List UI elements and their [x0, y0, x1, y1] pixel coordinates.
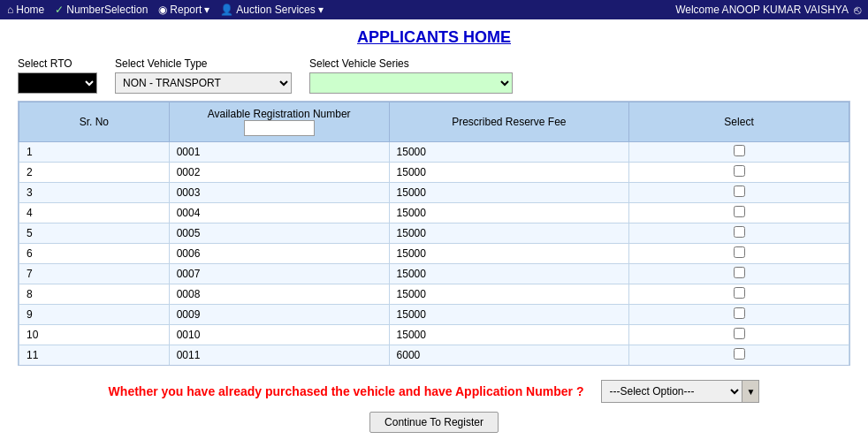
cell-fee: 15000 — [389, 183, 629, 203]
cell-reg-number: 0005 — [169, 224, 389, 244]
bottom-section: Whether you have already purchased the v… — [0, 366, 868, 412]
reg-number-search-input[interactable] — [244, 120, 315, 136]
cell-sr-no: 11 — [19, 345, 170, 366]
report-icon — [158, 4, 167, 16]
cell-select — [629, 345, 849, 366]
col-select: Select — [629, 102, 849, 142]
table-row: 9000915000 — [19, 305, 849, 325]
cell-reg-number: 0009 — [169, 305, 389, 325]
nav-auction-services[interactable]: Auction Services ▾ — [220, 4, 323, 16]
cell-fee: 6000 — [389, 345, 629, 366]
nav-home[interactable]: Home — [7, 4, 44, 16]
auction-services-label: Auction Services — [236, 4, 315, 16]
select-checkbox[interactable] — [734, 226, 745, 238]
cell-fee: 15000 — [389, 203, 629, 224]
cell-sr-no: 9 — [19, 305, 170, 325]
bottom-select-dropdown-btn[interactable] — [742, 380, 759, 403]
page-title: APPLICANTS HOME — [0, 19, 868, 54]
table-body: 1000115000200021500030003150004000415000… — [19, 142, 849, 367]
cell-fee: 15000 — [389, 142, 629, 163]
vehicle-series-select[interactable] — [309, 72, 513, 94]
home-label: Home — [16, 4, 44, 16]
check-icon — [55, 4, 64, 16]
select-checkbox[interactable] — [734, 307, 745, 319]
cell-fee: 15000 — [389, 325, 629, 345]
select-checkbox[interactable] — [734, 165, 745, 177]
select-checkbox[interactable] — [734, 145, 745, 156]
select-checkbox[interactable] — [734, 348, 745, 360]
rto-filter-group: Select RTO — [18, 57, 97, 94]
rto-select-wrap — [18, 72, 97, 94]
rto-label: Select RTO — [18, 57, 97, 70]
continue-to-register-button[interactable]: Continue To Register — [369, 412, 499, 433]
cell-select — [629, 163, 849, 183]
cell-reg-number: 0006 — [169, 244, 389, 264]
vehicle-series-filter-group: Select Vehicle Series — [309, 57, 513, 94]
bottom-question: Whether you have already purchased the v… — [109, 384, 584, 398]
cell-fee: 15000 — [389, 305, 629, 325]
report-dropdown-arrow: ▾ — [204, 4, 209, 16]
cell-reg-number: 0004 — [169, 203, 389, 224]
select-checkbox[interactable] — [734, 267, 745, 278]
cell-fee: 15000 — [389, 244, 629, 264]
table-row: 1100116000 — [19, 345, 849, 366]
table-row: 6000615000 — [19, 244, 849, 264]
vehicle-series-select-wrap — [309, 72, 513, 94]
table-row: 10001015000 — [19, 325, 849, 345]
cell-select — [629, 183, 849, 203]
cell-fee: 15000 — [389, 264, 629, 284]
cell-sr-no: 7 — [19, 264, 170, 284]
cell-sr-no: 3 — [19, 183, 170, 203]
continue-row: Continue To Register — [0, 412, 868, 442]
registration-table: Sr. No Available Registration Number Pre… — [19, 102, 849, 366]
vehicle-type-select-wrap: NON - TRANSPORT — [115, 72, 292, 94]
col-sr-no: Sr. No — [19, 102, 170, 142]
select-checkbox[interactable] — [734, 328, 745, 339]
nav-report[interactable]: Report ▾ — [158, 4, 209, 16]
filter-row: Select RTO Select Vehicle Type NON - TRA… — [0, 54, 868, 101]
report-label: Report — [170, 4, 202, 16]
home-icon — [7, 4, 13, 16]
bottom-select-wrap: ---Select Option--- — [601, 380, 759, 403]
cell-fee: 15000 — [389, 224, 629, 244]
cell-select — [629, 203, 849, 224]
table-row: 7000715000 — [19, 264, 849, 284]
cell-sr-no: 10 — [19, 325, 170, 345]
cell-select — [629, 284, 849, 305]
col-fee: Prescribed Reserve Fee — [389, 102, 629, 142]
select-checkbox[interactable] — [734, 287, 745, 299]
number-selection-label: NumberSelection — [66, 4, 148, 16]
cell-select — [629, 244, 849, 264]
cell-reg-number: 0010 — [169, 325, 389, 345]
registration-table-container: Sr. No Available Registration Number Pre… — [18, 101, 850, 366]
cell-sr-no: 6 — [19, 244, 170, 264]
cell-sr-no: 5 — [19, 224, 170, 244]
col-reg-number: Available Registration Number — [169, 102, 389, 142]
cell-select — [629, 305, 849, 325]
cell-select — [629, 325, 849, 345]
person-icon — [220, 4, 233, 16]
vehicle-type-select[interactable]: NON - TRANSPORT — [115, 72, 292, 94]
cell-reg-number: 0002 — [169, 163, 389, 183]
cell-reg-number: 0003 — [169, 183, 389, 203]
navbar: Home NumberSelection Report ▾ Auction Se… — [0, 0, 868, 19]
select-checkbox[interactable] — [734, 186, 745, 197]
navbar-left: Home NumberSelection Report ▾ Auction Se… — [7, 4, 675, 16]
table-row: 5000515000 — [19, 224, 849, 244]
rto-select[interactable] — [18, 72, 97, 94]
cell-fee: 15000 — [389, 284, 629, 305]
bottom-option-select[interactable]: ---Select Option--- — [601, 380, 742, 403]
vehicle-type-filter-group: Select Vehicle Type NON - TRANSPORT — [115, 57, 292, 94]
select-checkbox[interactable] — [734, 206, 745, 217]
cell-reg-number: 0008 — [169, 284, 389, 305]
select-checkbox[interactable] — [734, 246, 745, 258]
cell-reg-number: 0007 — [169, 264, 389, 284]
cell-fee: 15000 — [389, 163, 629, 183]
logout-icon[interactable]: ⎋ — [854, 3, 861, 17]
cell-sr-no: 4 — [19, 203, 170, 224]
vehicle-series-label: Select Vehicle Series — [309, 57, 513, 70]
nav-number-selection[interactable]: NumberSelection — [55, 4, 148, 16]
cell-select — [629, 142, 849, 163]
table-row: 8000815000 — [19, 284, 849, 305]
cell-sr-no: 8 — [19, 284, 170, 305]
